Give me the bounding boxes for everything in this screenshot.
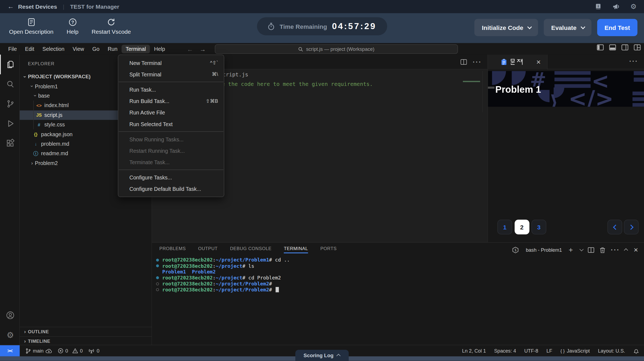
manage-gear-icon[interactable]: ⚙ <box>0 325 20 345</box>
svg-text:$: $ <box>515 248 516 252</box>
toggle-secondary-sidebar-icon[interactable] <box>621 44 628 51</box>
new-terminal-icon[interactable]: ＋ <box>567 245 574 255</box>
panel-tab-debug-console[interactable]: DEBUG CONSOLE <box>230 246 272 254</box>
toggle-panel-icon[interactable] <box>609 44 616 51</box>
menu-item-run-active-file[interactable]: Run Active File <box>118 107 224 118</box>
code-comment-line[interactable]: // Write the code here to meet the given… <box>199 81 373 87</box>
menubar-item-selection[interactable]: Selection <box>38 45 69 53</box>
next-page-button[interactable] <box>624 220 639 234</box>
customize-layout-icon[interactable] <box>634 44 641 51</box>
terminal-colon: : <box>213 275 216 281</box>
menu-item-shortcut: ⇧⌘B <box>206 98 218 104</box>
kill-terminal-trash-icon[interactable] <box>600 247 605 253</box>
menu-item-configure-tasks-[interactable]: Configure Tasks... <box>118 172 224 183</box>
menubar-item-go[interactable]: Go <box>88 45 103 53</box>
outline-section[interactable]: › OUTLINE <box>20 327 152 336</box>
open-description-button[interactable]: Open Description <box>4 16 58 36</box>
terminal-line: root@720238ecb202:~/project/Problem2# <box>156 281 290 287</box>
menu-item-new-terminal[interactable]: New Terminal^⇧` <box>118 57 224 69</box>
initialize-code-button[interactable]: Initialize Code <box>475 19 538 36</box>
explorer-activity-icon[interactable] <box>0 55 20 74</box>
menubar-item-help[interactable]: Help <box>150 45 169 53</box>
css-file-icon: # <box>36 122 42 127</box>
menu-separator <box>119 170 223 170</box>
menu-item-label: Restart Running Task... <box>129 148 185 154</box>
close-panel-icon[interactable]: ✕ <box>633 247 638 253</box>
open-description-label: Open Description <box>9 28 53 35</box>
prev-page-button[interactable] <box>608 220 622 234</box>
scoring-log-button[interactable]: Scoring Log <box>295 350 349 361</box>
info-book-icon[interactable]: i <box>595 3 602 10</box>
extensions-activity-icon[interactable] <box>0 133 20 153</box>
language-indicator[interactable]: { } JavaScript <box>561 348 590 354</box>
menu-item-run-task-[interactable]: Run Task... <box>118 84 224 95</box>
terminal-line: root@720238ecb202:~/project# cd Problem2 <box>156 275 290 281</box>
shell-session-label[interactable]: bash - Problem1 <box>526 247 562 253</box>
panel-tab-problems[interactable]: PROBLEMS <box>159 246 186 254</box>
close-tab-icon[interactable]: ✕ <box>536 59 541 65</box>
more-actions-icon[interactable]: ··· <box>473 58 482 66</box>
svg-text:?: ? <box>71 20 74 25</box>
menu-separator <box>119 82 223 82</box>
panel-more-icon[interactable]: ··· <box>629 57 638 65</box>
source-control-activity-icon[interactable] <box>0 94 20 114</box>
panel-more-icon[interactable]: ··· <box>611 246 620 253</box>
search-activity-icon[interactable] <box>0 74 20 94</box>
debug-play-icon <box>6 119 15 128</box>
problem-tab[interactable]: 문제 ✕ <box>488 55 547 69</box>
line-col-indicator[interactable]: Ln 2, Col 1 <box>462 348 486 354</box>
indentation-indicator[interactable]: Spaces: 4 <box>494 348 516 354</box>
menubar-item-file[interactable]: File <box>4 45 21 53</box>
help-button[interactable]: ? Help <box>62 16 83 36</box>
split-editor-icon[interactable] <box>460 59 467 65</box>
menu-item-run-selected-text[interactable]: Run Selected Text <box>118 118 224 130</box>
split-terminal-icon[interactable] <box>588 247 595 253</box>
menu-item-label: Run Task... <box>129 86 156 93</box>
page-button-2[interactable]: 2 <box>515 220 529 234</box>
run-debug-activity-icon[interactable] <box>0 114 20 133</box>
panel-tab-terminal[interactable]: TERMINAL <box>284 246 308 254</box>
menu-item-label: Terminate Task... <box>129 159 170 165</box>
branch-status[interactable]: main <box>26 348 52 354</box>
splitter-handle[interactable] <box>488 87 494 89</box>
back-arrow-icon[interactable]: ← <box>7 3 14 10</box>
account-icon[interactable] <box>0 306 20 325</box>
nav-back-icon[interactable]: ← <box>187 45 193 52</box>
menu-item-run-build-task-[interactable]: Run Build Task...⇧⌘B <box>118 95 224 107</box>
megaphone-icon[interactable] <box>612 3 620 10</box>
evaluate-button[interactable]: Evaluate <box>544 19 592 36</box>
page-button-3[interactable]: 3 <box>531 220 546 234</box>
terminal-cursor[interactable] <box>275 287 279 292</box>
chevron-right-icon <box>628 225 633 230</box>
ports-status[interactable]: 0 <box>88 348 99 354</box>
settings-gear-icon[interactable]: ⚙ <box>630 3 637 10</box>
end-test-button[interactable]: End Test <box>597 19 637 36</box>
eol-indicator[interactable]: LF <box>546 348 552 354</box>
menu-item-split-terminal[interactable]: Split Terminal⌘\ <box>118 69 224 80</box>
timeline-section[interactable]: › TIMELINE <box>20 336 152 345</box>
panel-tab-output[interactable]: OUTPUT <box>198 246 218 254</box>
toggle-sidebar-icon[interactable] <box>597 44 604 51</box>
page-button-1[interactable]: 1 <box>497 220 512 234</box>
command-center-search[interactable]: script.js — project (Workspace) <box>215 44 458 54</box>
svg-text:i: i <box>597 4 599 8</box>
menubar-item-run[interactable]: Run <box>104 45 122 53</box>
encoding-indicator[interactable]: UTF-8 <box>524 348 538 354</box>
terminal-dropdown-icon[interactable] <box>580 247 584 251</box>
chevron-down-icon: › <box>22 74 28 79</box>
problems-status[interactable]: 0 0 <box>58 348 83 354</box>
menu-item-label: New Terminal <box>129 60 162 66</box>
restart-vscode-button[interactable]: Restart Vscode <box>87 16 136 36</box>
maximize-panel-icon[interactable] <box>624 248 628 253</box>
terminal-bullet-hollow <box>156 282 159 285</box>
remote-indicator[interactable]: >< <box>0 345 20 356</box>
nav-forward-icon[interactable]: → <box>200 45 206 52</box>
notifications-bell-icon[interactable] <box>633 348 639 354</box>
menubar-item-edit[interactable]: Edit <box>21 45 38 53</box>
menu-item-configure-default-build-task-[interactable]: Configure Default Build Task... <box>118 183 224 195</box>
panel-tab-ports[interactable]: PORTS <box>320 246 337 254</box>
reset-devices-link[interactable]: Reset Devices <box>18 3 57 10</box>
menubar-item-view[interactable]: View <box>69 45 88 53</box>
keyboard-layout-indicator[interactable]: Layout: U.S. <box>598 348 625 354</box>
menubar-item-terminal[interactable]: Terminal <box>122 45 150 53</box>
